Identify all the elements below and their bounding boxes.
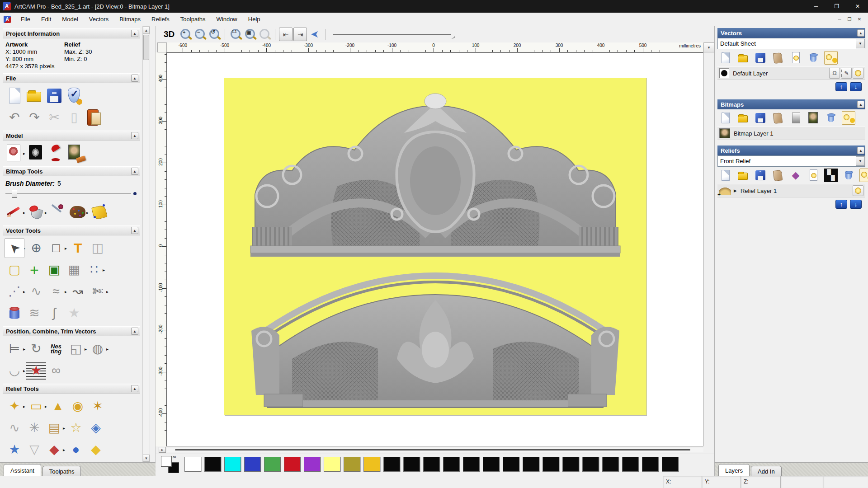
palette-swatch-20[interactable] bbox=[562, 457, 579, 472]
canvas-horizontal-scrollbar[interactable]: ▸ bbox=[156, 446, 714, 454]
layer-colour-swatch[interactable] bbox=[719, 68, 729, 78]
close-button[interactable]: ✕ bbox=[847, 0, 868, 13]
zoom-previous-icon[interactable]: ↺ bbox=[208, 28, 221, 41]
canvas-2d-view[interactable] bbox=[167, 52, 703, 446]
zoom-out-icon[interactable]: − bbox=[193, 28, 207, 41]
ruler-options-button[interactable]: ▾ bbox=[703, 42, 714, 52]
paint-selective-icon[interactable] bbox=[90, 202, 109, 222]
flood-fill-icon[interactable] bbox=[26, 202, 46, 222]
nesting-icon[interactable]: Nes ting bbox=[46, 339, 66, 359]
trim-to-curve-icon[interactable]: ◡ bbox=[5, 361, 24, 380]
slider-handle[interactable] bbox=[12, 190, 17, 198]
palette-swatch-22[interactable] bbox=[602, 457, 619, 472]
align-vectors-icon[interactable]: ⊨ bbox=[5, 339, 24, 359]
model-collapse[interactable]: ▲ bbox=[131, 132, 138, 139]
menu-bitmaps[interactable]: Bitmaps bbox=[114, 14, 146, 24]
colour-picker-icon[interactable] bbox=[48, 202, 68, 222]
child-close-button[interactable]: ✕ bbox=[854, 15, 864, 23]
delete-vector-layer-icon[interactable] bbox=[807, 51, 820, 65]
toggle-vector-visibility-icon[interactable] bbox=[789, 51, 802, 65]
create-polyline-icon[interactable]: ⋰ bbox=[5, 282, 24, 301]
menu-window[interactable]: Window bbox=[211, 14, 243, 24]
cut-icon[interactable]: ✂ bbox=[44, 108, 64, 127]
hscroll-thumb[interactable] bbox=[175, 449, 690, 450]
star-wizard-icon[interactable]: ★ bbox=[64, 303, 84, 323]
assistant-scrollbar[interactable]: ▲ ▼ bbox=[142, 26, 150, 462]
bitmap-layer-row[interactable]: Bitmap Layer 1 bbox=[717, 127, 865, 140]
open-bitmap-layer-icon[interactable] bbox=[736, 111, 750, 125]
merge-bitmap-layers-icon[interactable] bbox=[771, 111, 785, 125]
menu-toolpaths[interactable]: Toolpaths bbox=[175, 14, 211, 24]
scroll-up-icon[interactable]: ▲ bbox=[143, 27, 150, 34]
toggle-3d-view-button[interactable]: 3D bbox=[160, 29, 178, 39]
adjust-model-icon[interactable] bbox=[26, 143, 46, 163]
show-all-bitmap-layers-icon[interactable] bbox=[842, 111, 855, 125]
model-lighting-icon[interactable] bbox=[46, 143, 66, 163]
smooth-polyline-icon[interactable]: ∿ bbox=[26, 282, 46, 301]
join-vectors-icon[interactable]: ∫ bbox=[44, 303, 64, 323]
palette-swatch-25[interactable] bbox=[662, 457, 679, 472]
star-relief-icon[interactable]: ★ bbox=[5, 440, 24, 460]
envelope-distort-icon[interactable]: ▽ bbox=[24, 440, 44, 460]
palette-swatch-6[interactable] bbox=[284, 457, 301, 472]
lock-layer-icon[interactable]: Ω bbox=[829, 68, 840, 79]
wedge-relief-icon[interactable]: ◆ bbox=[86, 440, 106, 460]
menu-file[interactable]: File bbox=[15, 14, 36, 24]
move-layer-up-icon[interactable]: ↑ bbox=[835, 82, 847, 91]
relief-layer-row[interactable]: ▶ Relief Layer 1 bbox=[717, 184, 865, 197]
transform-vectors-icon[interactable]: ⊕ bbox=[26, 238, 46, 258]
open-relief-layer-icon[interactable] bbox=[736, 169, 750, 182]
menu-vectors[interactable]: Vectors bbox=[84, 14, 114, 24]
chevron-down-icon[interactable]: ▼ bbox=[856, 39, 865, 48]
sphere-relief-icon[interactable]: ● bbox=[66, 440, 86, 460]
interlock-vectors-icon[interactable]: ∞ bbox=[46, 361, 66, 380]
layer-visibility-icon[interactable] bbox=[853, 68, 863, 79]
palette-swatch-21[interactable] bbox=[582, 457, 599, 472]
fluting-icon[interactable]: ★ bbox=[26, 361, 46, 380]
load-replace-image-icon[interactable] bbox=[66, 143, 86, 163]
redo-icon[interactable]: ↷ bbox=[24, 108, 44, 127]
wave-vectors-icon[interactable]: ≋ bbox=[24, 303, 44, 323]
menu-model[interactable]: Model bbox=[57, 14, 83, 24]
palette-swatch-10[interactable] bbox=[363, 457, 380, 472]
right-tab-add-in[interactable]: Add In bbox=[751, 466, 782, 476]
palette-swatch-9[interactable] bbox=[344, 457, 360, 472]
constant-height-icon[interactable]: ◈ bbox=[86, 418, 106, 438]
sculpting-icon[interactable]: ▭ bbox=[26, 396, 46, 416]
palette-swatch-14[interactable] bbox=[443, 457, 460, 472]
left-tab-toolpaths[interactable]: Toolpaths bbox=[42, 466, 81, 476]
toggle-right-pane-icon[interactable]: ⇥ bbox=[293, 28, 307, 41]
slider-handle[interactable] bbox=[452, 30, 455, 38]
scroll-thumb[interactable] bbox=[143, 35, 149, 60]
trim-vectors-icon[interactable]: ✄ bbox=[88, 282, 108, 301]
palette-swatch-1[interactable] bbox=[184, 457, 201, 472]
pane-splitter-button[interactable]: ▸ bbox=[159, 447, 166, 453]
save-relief-layer-icon[interactable] bbox=[754, 169, 767, 182]
bitmap-artwork[interactable] bbox=[224, 78, 646, 415]
position-combine-trim-vectors-collapse[interactable]: ▲ bbox=[131, 328, 138, 335]
extrude-icon[interactable] bbox=[5, 303, 24, 323]
save-bitmap-layer-icon[interactable] bbox=[754, 111, 767, 125]
save-model-icon[interactable] bbox=[44, 86, 64, 106]
vector-sheet-dropdown[interactable]: Default Sheet ▼ bbox=[717, 38, 865, 49]
palette-swatch-16[interactable] bbox=[483, 457, 500, 472]
maximize-button[interactable]: ❐ bbox=[826, 0, 847, 13]
vector-tools-collapse[interactable]: ▲ bbox=[131, 227, 138, 234]
fit-vectors-to-bitmap-icon[interactable]: ▣ bbox=[44, 260, 64, 280]
toggle-relief-visibility-icon[interactable] bbox=[807, 169, 820, 182]
palette-swatch-11[interactable] bbox=[383, 457, 400, 472]
preview-pointer-icon[interactable]: ➤ bbox=[308, 28, 321, 41]
relief-layer-visibility-icon[interactable] bbox=[853, 185, 863, 196]
reliefs-collapse[interactable]: ▲ bbox=[857, 147, 864, 154]
relief-library-icon[interactable]: ▤ bbox=[44, 418, 64, 438]
fit-curve-icon[interactable]: ≈ bbox=[46, 282, 66, 301]
measure-icon[interactable]: ◫ bbox=[88, 238, 108, 258]
new-model-icon[interactable] bbox=[5, 86, 24, 106]
snap-layer-icon[interactable]: ✎ bbox=[841, 68, 852, 79]
primary-secondary-colour-chips[interactable]: ∞ bbox=[161, 456, 183, 475]
palette-swatch-5[interactable] bbox=[264, 457, 281, 472]
shape-editor-icon[interactable]: ▲ bbox=[48, 396, 68, 416]
make-grid-icon[interactable]: ▦ bbox=[64, 260, 84, 280]
create-rectangle-icon[interactable]: □ bbox=[46, 238, 66, 258]
turn-relief-icon[interactable]: ◆ bbox=[44, 440, 64, 460]
